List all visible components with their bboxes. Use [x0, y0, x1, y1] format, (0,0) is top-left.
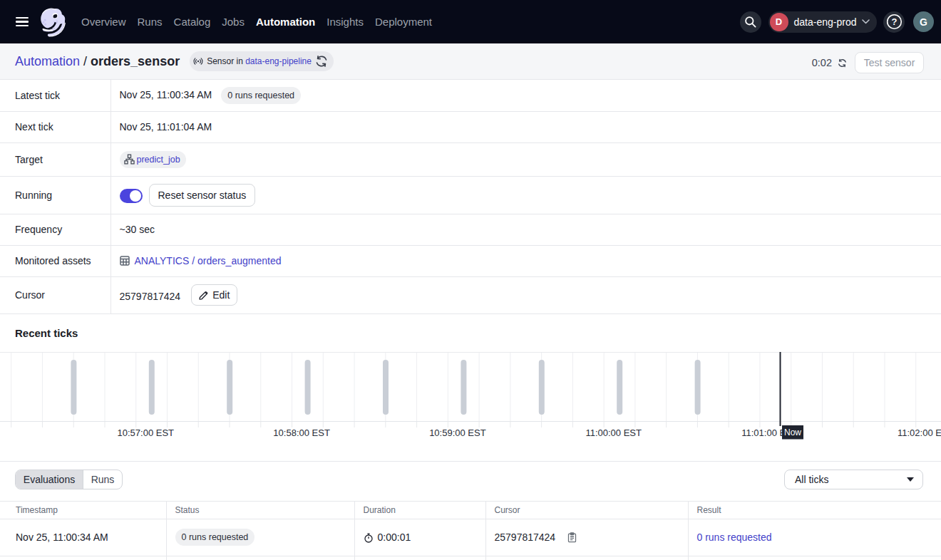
- svg-text:10:58:00 EST: 10:58:00 EST: [273, 427, 330, 437]
- svg-text:11:00:00 EST: 11:00:00 EST: [585, 427, 642, 437]
- svg-text:10:59:00 EST: 10:59:00 EST: [429, 427, 486, 437]
- svg-text:11:02:00 EST: 11:02:00 EST: [898, 427, 941, 437]
- svg-text:10:57:00 EST: 10:57:00 EST: [118, 427, 175, 437]
- svg-text:Now: Now: [784, 427, 801, 437]
- svg-text:?: ?: [891, 16, 897, 27]
